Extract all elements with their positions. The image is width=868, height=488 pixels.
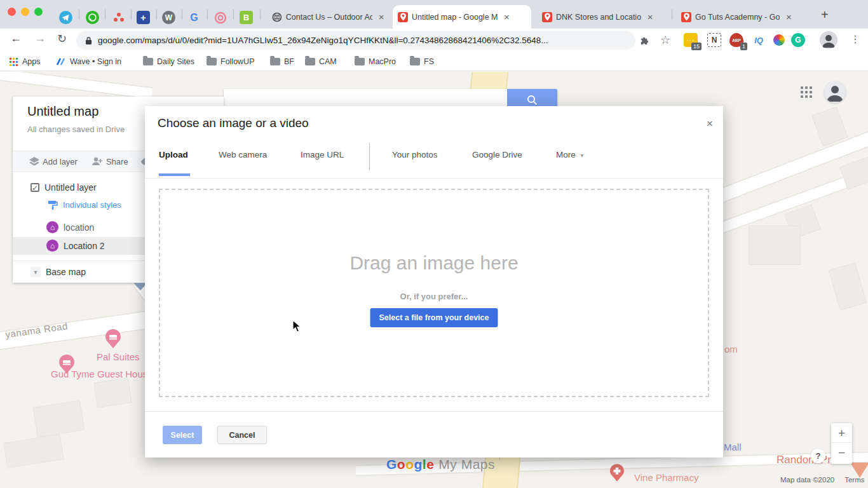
image-dropzone[interactable]: Drag an image here Or, if you prefer... … [159, 189, 709, 397]
tab-close-icon[interactable]: × [376, 11, 386, 22]
folder-icon [270, 58, 280, 65]
pinned-tab-google[interactable]: G [187, 11, 201, 24]
profile-avatar[interactable] [820, 31, 837, 49]
back-button[interactable]: ← [10, 32, 22, 45]
dialog-tab-upload[interactable]: Upload [159, 150, 188, 159]
browser-toolbar: ← → ↻ google.com/maps/d/u/0/edit?mid=1UA… [0, 29, 868, 52]
zoom-in-button[interactable]: + [831, 423, 852, 443]
apps-grid-icon[interactable] [801, 86, 813, 99]
layer-item-location2[interactable]: ⌂ Location 2 [46, 240, 105, 252]
blue-cross-icon: + [140, 12, 146, 23]
house-pin-icon: ⌂ [46, 221, 58, 233]
select-file-button[interactable]: Select a file from your device [370, 308, 498, 327]
bookmark-folder-fs[interactable]: FS [410, 55, 434, 68]
account-avatar[interactable] [824, 81, 846, 103]
window-minimize-button[interactable] [21, 8, 29, 16]
google-my-maps-watermark: GoogleMy Maps [386, 457, 495, 472]
base-map-row[interactable]: ▾ Base map [31, 267, 86, 277]
pinned-tab-wordpress[interactable]: W [162, 11, 175, 24]
poi-label-vine-pharmacy[interactable]: Vine Pharmacy [634, 472, 698, 483]
spiral-icon [214, 11, 227, 24]
bookmark-folder-followup[interactable]: FollowUP [207, 55, 255, 68]
dialog-tab-image-url[interactable]: Image URL [301, 150, 344, 159]
pinned-tab-green-b[interactable]: B [240, 11, 253, 24]
pinned-tab-dots[interactable] [112, 11, 125, 24]
dialog-tab-web-camera[interactable]: Web camera [219, 150, 267, 159]
browser-window: + W G B Contact Us – Outdoor Ac × [0, 0, 868, 488]
pinned-tab-blue[interactable]: + [137, 11, 150, 24]
bookmark-folder-daily-sites[interactable]: Daily Sites [143, 55, 194, 68]
dialog-tab-your-photos[interactable]: Your photos [392, 150, 438, 159]
tab-title: Contact Us – Outdoor Ac [286, 13, 372, 22]
bookmark-star-icon[interactable]: ☆ [658, 33, 672, 47]
dialog-close-icon[interactable]: × [707, 118, 713, 130]
map-data-label: Map data ©2020 [780, 476, 834, 484]
building [829, 262, 867, 311]
bookmark-apps[interactable]: Apps [9, 55, 41, 68]
layer-item-location[interactable]: ⌂ location [46, 221, 94, 233]
map-pin-icon [542, 12, 552, 22]
tab-dnk-stores[interactable]: DNK Stores and Locatio × [537, 5, 668, 29]
divider [156, 10, 157, 20]
tab-close-icon[interactable]: × [645, 11, 655, 22]
cancel-button[interactable]: Cancel [217, 426, 267, 444]
pinned-tab-spiral[interactable] [214, 11, 227, 24]
pinned-tab-telegram[interactable] [59, 11, 72, 24]
extension-nimbus-icon[interactable]: N [707, 33, 721, 47]
individual-styles-link[interactable]: Individual styles [48, 200, 121, 210]
map-title[interactable]: Untitled map [27, 104, 98, 119]
layer-row[interactable]: ✓ Untitled layer [31, 182, 97, 193]
dialog-tab-more[interactable]: More ▾ [556, 150, 584, 159]
bookmarks-bar: Apps Wave • Sign in Daily Sites FollowUP… [0, 52, 868, 71]
dialog-tab-google-drive[interactable]: Google Drive [472, 150, 522, 159]
poi-label-pal-suites[interactable]: Pal Suites [97, 351, 140, 362]
tab-close-icon[interactable]: × [783, 11, 794, 22]
pinned-tab-whatsapp[interactable] [86, 11, 99, 24]
extension-colorwheel-icon[interactable] [772, 33, 786, 47]
window-zoom-button[interactable] [34, 8, 43, 16]
tab-title: Untitled map - Google M [412, 13, 498, 22]
hotel-pin-icon[interactable] [105, 329, 121, 348]
extension-iq-icon[interactable]: IQ [752, 33, 766, 47]
folder-icon [143, 58, 153, 65]
poi-label-mall[interactable]: Mall [724, 442, 742, 452]
tab-untitled-map[interactable]: Untitled map - Google M × [393, 5, 531, 29]
map-canvas[interactable]: ↑ yanama Road Pal Suites Gud Tyme Guest … [0, 72, 868, 488]
wordpress-icon: W [165, 13, 172, 22]
tab-contact-us[interactable]: Contact Us – Outdoor Ac × [267, 5, 391, 29]
poi-label-partial: om [724, 344, 738, 355]
help-button[interactable]: ? [811, 449, 825, 463]
extension-notes-icon[interactable]: ··· 15 [684, 33, 698, 47]
building [93, 377, 132, 408]
window-close-button[interactable] [8, 8, 16, 16]
reload-button[interactable]: ↻ [57, 32, 67, 46]
add-layer-button[interactable]: Add layer [29, 157, 78, 166]
bookmark-folder-macpro[interactable]: MacPro [355, 55, 396, 68]
zoom-out-button[interactable]: − [831, 443, 852, 463]
poi-label-gud-tyme[interactable]: Gud Tyme Guest Hous [51, 369, 147, 379]
tab-title: DNK Stores and Locatio [556, 13, 641, 22]
terms-link[interactable]: Terms [844, 476, 864, 484]
dialog-title: Choose an image or a video [158, 116, 309, 130]
globe-icon [272, 12, 282, 22]
bookmark-wave[interactable]: Wave • Sign in [56, 55, 121, 68]
tab-close-icon[interactable]: × [501, 11, 512, 22]
extensions-puzzle-icon[interactable] [637, 33, 651, 47]
divider [131, 10, 132, 20]
extension-adblock-icon[interactable]: ABP 1 [729, 33, 743, 47]
address-bar[interactable]: google.com/maps/d/u/0/edit?mid=1UA7hGLIw… [76, 31, 635, 50]
divider [145, 178, 723, 179]
new-tab-button[interactable]: + [821, 8, 829, 22]
tab-go-tuts[interactable]: Go Tuts Academny - Go × [676, 5, 806, 29]
bookmark-folder-bf[interactable]: BF [270, 55, 294, 68]
forward-button[interactable]: → [34, 32, 46, 45]
pharmacy-pin-icon[interactable] [610, 464, 624, 482]
extension-grammarly-icon[interactable]: G [791, 33, 805, 47]
layer-checkbox[interactable]: ✓ [31, 183, 39, 192]
share-button[interactable]: Share [92, 157, 128, 166]
collapse-caret-icon[interactable]: ▾ [31, 267, 41, 277]
browser-menu-icon[interactable]: ⋮ [850, 33, 860, 45]
select-button[interactable]: Select [163, 426, 202, 444]
bookmark-folder-cam[interactable]: CAM [305, 55, 337, 68]
mouse-cursor [292, 320, 302, 333]
